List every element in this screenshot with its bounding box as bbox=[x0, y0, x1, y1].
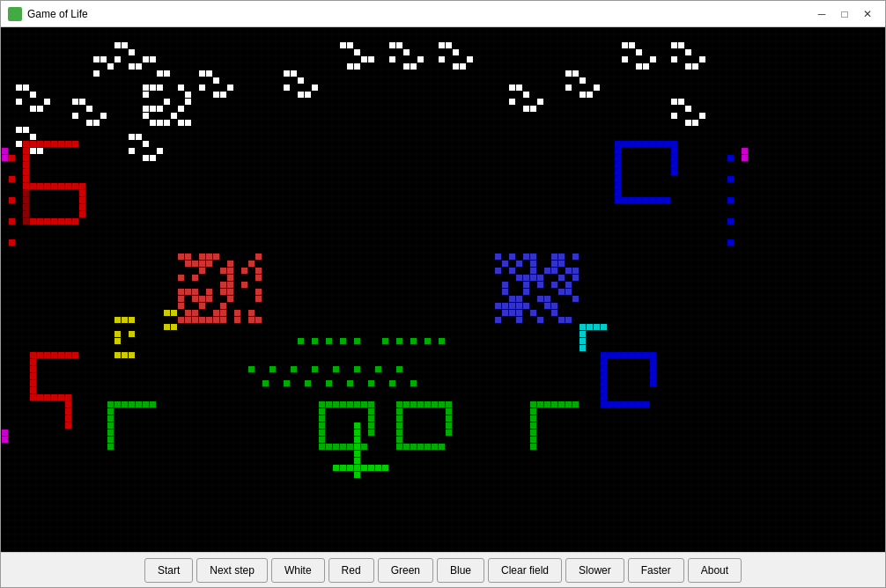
title-controls: ─ □ ✕ bbox=[811, 5, 878, 23]
title-bar: Game of Life ─ □ ✕ bbox=[1, 1, 885, 27]
blue-button[interactable]: Blue bbox=[437, 558, 484, 583]
minimize-button[interactable]: ─ bbox=[811, 5, 832, 23]
green-button[interactable]: Green bbox=[378, 558, 433, 583]
red-button[interactable]: Red bbox=[329, 558, 374, 583]
white-button[interactable]: White bbox=[271, 558, 325, 583]
close-button[interactable]: ✕ bbox=[857, 5, 878, 23]
life-canvas[interactable] bbox=[1, 27, 885, 552]
about-button[interactable]: About bbox=[688, 558, 742, 583]
app-icon bbox=[8, 7, 22, 21]
clear-field-button[interactable]: Clear field bbox=[488, 558, 562, 583]
restore-button[interactable]: □ bbox=[834, 5, 855, 23]
faster-button[interactable]: Faster bbox=[628, 558, 684, 583]
next-step-button[interactable]: Next step bbox=[196, 558, 268, 583]
window-title: Game of Life bbox=[27, 8, 811, 20]
slower-button[interactable]: Slower bbox=[565, 558, 624, 583]
start-button[interactable]: Start bbox=[144, 558, 193, 583]
game-canvas[interactable] bbox=[1, 27, 885, 552]
window: Game of Life ─ □ ✕ Start Next step White… bbox=[0, 0, 886, 588]
toolbar: Start Next step White Red Green Blue Cle… bbox=[1, 552, 885, 587]
